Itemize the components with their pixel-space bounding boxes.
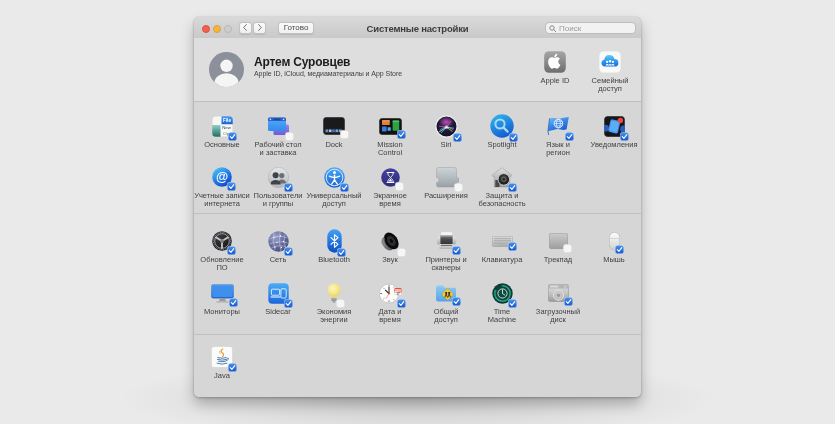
svg-text:17: 17 [396, 291, 400, 295]
svg-text:File: File [223, 118, 231, 123]
svg-text:New: New [222, 125, 232, 130]
